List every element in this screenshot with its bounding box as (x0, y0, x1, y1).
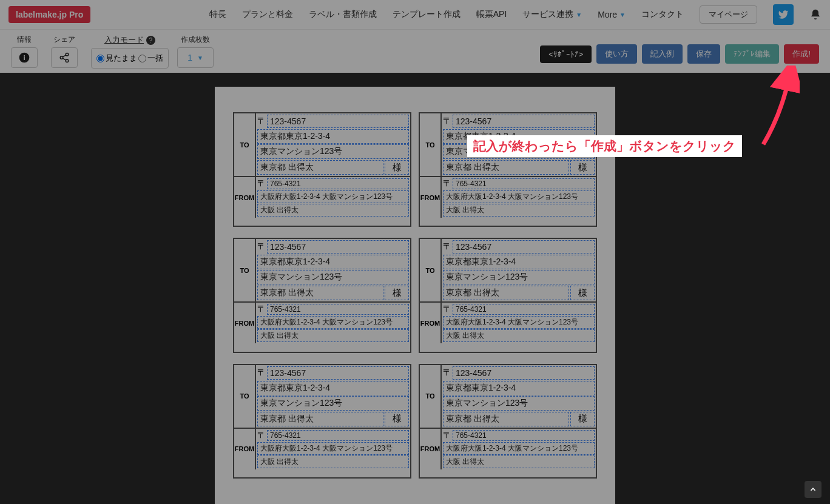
info-label: 情報 (17, 35, 32, 45)
nav-contact[interactable]: コンタクト (641, 9, 684, 20)
sama-field[interactable]: 様 (385, 412, 409, 426)
from-zip-field[interactable]: 765-4321 (267, 430, 409, 441)
chevron-down-icon: ▼ (619, 12, 626, 18)
to-addr2-field[interactable]: 東京マンション123号 (257, 396, 409, 411)
to-addr2-field[interactable]: 東京マンション123号 (443, 270, 595, 284)
svg-point-4 (66, 59, 69, 62)
from-side: FROM (234, 177, 256, 218)
from-name-field[interactable]: 大阪 出得太 (443, 455, 595, 468)
from-zip-field[interactable]: 765-4321 (453, 430, 595, 441)
sama-field[interactable]: 様 (570, 160, 595, 175)
create-button[interactable]: 作成! (784, 44, 819, 64)
mypage-button[interactable]: マイページ (700, 5, 757, 24)
to-zip-field[interactable]: 123-4567 (453, 366, 595, 380)
nav-template-create[interactable]: テンプレート作成 (393, 9, 461, 20)
from-name-field[interactable]: 大阪 出得太 (257, 455, 409, 468)
postal-mark-icon: 〒 (443, 304, 451, 315)
to-name-field[interactable]: 東京都 出得太 (443, 286, 569, 300)
twitter-button[interactable] (773, 4, 794, 25)
postal-mark-icon: 〒 (257, 368, 266, 378)
nav-feature[interactable]: 特長 (209, 9, 226, 20)
to-addr2-field[interactable]: 東京マンション123号 (443, 396, 595, 411)
to-name-field[interactable]: 東京都 出得太 (257, 160, 383, 175)
mode-wysiwyg-radio[interactable] (96, 55, 104, 62)
mode-wysiwyg[interactable]: 見たまま (96, 53, 137, 64)
to-zip-field[interactable]: 123-4567 (267, 115, 409, 128)
annotation-callout: 記入が終わったら「作成」ボタンをクリック (467, 135, 742, 157)
bell-icon[interactable] (809, 8, 822, 21)
to-addr1-field[interactable]: 東京都東京1-2-3-4 (443, 255, 595, 269)
count-label: 作成枚数 (181, 35, 210, 45)
postal-mark-icon: 〒 (257, 178, 266, 189)
template-edit-button[interactable]: ﾃﾝﾌﾟﾚ編集 (725, 44, 779, 64)
to-name-field[interactable]: 東京都 出得太 (257, 286, 383, 300)
share-button[interactable] (51, 47, 78, 68)
chevron-up-icon (809, 485, 817, 494)
from-addr-field[interactable]: 大阪府大阪1-2-3-4 大阪マンション123号 (443, 316, 595, 329)
count-select[interactable]: 1▼ (177, 47, 214, 68)
to-side: TO (234, 239, 256, 301)
help-icon[interactable]: ? (146, 36, 155, 45)
to-addr1-field[interactable]: 東京都東京1-2-3-4 (443, 381, 595, 395)
save-button[interactable]: 保存 (687, 44, 720, 64)
to-name-field[interactable]: 東京都 出得太 (443, 160, 569, 175)
from-side: FROM (420, 303, 442, 343)
sama-field[interactable]: 様 (570, 286, 595, 300)
to-zip-field[interactable]: 123-4567 (267, 240, 409, 254)
from-addr-field[interactable]: 大阪府大阪1-2-3-4 大阪マンション123号 (443, 442, 595, 455)
howto-button[interactable]: 使い方 (596, 44, 637, 64)
to-zip-field[interactable]: 123-4567 (453, 240, 595, 254)
to-addr2-field[interactable]: 東京マンション123号 (257, 270, 409, 284)
to-addr1-field[interactable]: 東京都東京1-2-3-4 (257, 255, 409, 269)
to-name-field[interactable]: 東京都 出得太 (443, 412, 569, 426)
scroll-top-button[interactable] (805, 481, 822, 498)
to-name-field[interactable]: 東京都 出得太 (257, 412, 383, 426)
nav: 特長 プランと料金 ラベル・書類作成 テンプレート作成 帳票API サービス連携… (209, 4, 822, 25)
to-zip-field[interactable]: 123-4567 (453, 115, 595, 128)
from-name-field[interactable]: 大阪 出得太 (257, 204, 409, 217)
from-side: FROM (420, 429, 442, 469)
from-name-field[interactable]: 大阪 出得太 (443, 204, 595, 217)
from-zip-field[interactable]: 765-4321 (267, 178, 409, 189)
example-button[interactable]: 記入例 (642, 44, 683, 64)
from-addr-field[interactable]: 大阪府大阪1-2-3-4 大阪マンション123号 (257, 316, 409, 329)
label-card: TO〒123-4567東京都東京1-2-3-4東京マンション123号東京都 出得… (419, 364, 597, 479)
sama-field[interactable]: 様 (570, 412, 595, 426)
from-zip-field[interactable]: 765-4321 (453, 304, 595, 315)
postal-mark-icon: 〒 (257, 304, 266, 315)
mode-batch[interactable]: 一括 (138, 53, 163, 64)
to-addr2-field[interactable]: 東京マンション123号 (257, 144, 409, 159)
toolbar: 情報 i シェア 入力モード? 見たまま 一括 作成枚数 1▼ <ｻﾎﾟｰﾄ↗>… (0, 29, 830, 73)
to-addr1-field[interactable]: 東京都東京1-2-3-4 (257, 381, 409, 395)
to-addr1-field[interactable]: 東京都東京1-2-3-4 (257, 129, 409, 144)
from-addr-field[interactable]: 大阪府大阪1-2-3-4 大阪マンション123号 (257, 442, 409, 455)
postal-mark-icon: 〒 (257, 430, 266, 441)
mode-batch-radio[interactable] (138, 55, 146, 62)
logo[interactable]: labelmake.jp Pro (8, 6, 90, 23)
nav-more[interactable]: More▼ (598, 10, 626, 19)
from-addr-field[interactable]: 大阪府大阪1-2-3-4 大阪マンション123号 (443, 190, 595, 203)
from-zip-field[interactable]: 765-4321 (453, 178, 595, 189)
from-name-field[interactable]: 大阪 出得太 (443, 329, 595, 342)
to-side: TO (420, 365, 442, 428)
to-zip-field[interactable]: 123-4567 (267, 366, 409, 380)
nav-api[interactable]: 帳票API (476, 9, 507, 20)
from-name-field[interactable]: 大阪 出得太 (257, 329, 409, 342)
label-card: TO〒123-4567東京都東京1-2-3-4東京マンション123号東京都 出得… (233, 364, 411, 479)
mode-radio-group: 見たまま 一括 (91, 48, 169, 69)
nav-service[interactable]: サービス連携▼ (522, 9, 582, 20)
nav-pricing[interactable]: プランと料金 (242, 9, 293, 20)
sama-field[interactable]: 様 (385, 160, 409, 175)
from-addr-field[interactable]: 大阪府大阪1-2-3-4 大阪マンション123号 (257, 190, 409, 203)
toolbar-actions: <ｻﾎﾟｰﾄ↗> 使い方 記入例 保存 ﾃﾝﾌﾟﾚ編集 作成! (540, 35, 819, 64)
from-side: FROM (420, 177, 442, 218)
label-card: TO〒123-4567東京都東京1-2-3-4東京マンション123号東京都 出得… (233, 112, 411, 227)
support-button[interactable]: <ｻﾎﾟｰﾄ↗> (540, 45, 592, 63)
to-side: TO (234, 365, 256, 428)
nav-label-create[interactable]: ラベル・書類作成 (309, 9, 377, 20)
info-button[interactable]: i (11, 47, 38, 68)
from-side: FROM (234, 429, 256, 469)
sama-field[interactable]: 様 (385, 286, 409, 300)
from-zip-field[interactable]: 765-4321 (267, 304, 409, 315)
postal-mark-icon: 〒 (443, 178, 451, 189)
